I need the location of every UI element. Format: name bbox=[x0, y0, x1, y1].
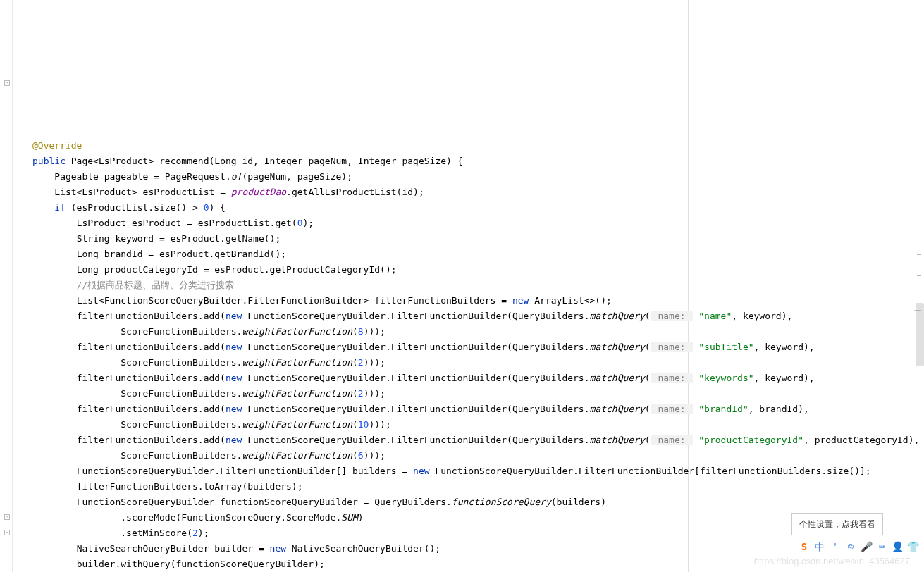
code-editor[interactable]: @Override public Page<EsProduct> recomme… bbox=[0, 124, 924, 572]
scrollbar-thumb[interactable] bbox=[916, 303, 924, 366]
settings-popup[interactable]: 个性设置，点我看看 bbox=[791, 513, 883, 535]
ime-skin-icon[interactable]: 👕 bbox=[907, 541, 918, 552]
ime-user-icon[interactable]: 👤 bbox=[892, 541, 903, 552]
ime-mic-icon[interactable]: 🎤 bbox=[861, 541, 872, 552]
fold-marker-icon[interactable]: − bbox=[4, 80, 10, 86]
ime-punct-icon[interactable]: ' bbox=[830, 541, 841, 552]
popup-text: 个性设置，点我看看 bbox=[799, 519, 875, 529]
error-stripe[interactable] bbox=[911, 0, 923, 572]
annotation: @Override bbox=[32, 140, 82, 151]
ime-emoji-icon[interactable]: ☺ bbox=[845, 541, 856, 552]
ime-toolbar[interactable]: S 中 ' ☺ 🎤 ⌨ 👤 👕 bbox=[799, 541, 918, 552]
sogou-logo-icon[interactable]: S bbox=[799, 541, 810, 552]
ime-keyboard-icon[interactable]: ⌨ bbox=[876, 541, 887, 552]
watermark-text: https://blog.csdn.net/weixin_43564627 bbox=[754, 554, 910, 569]
ime-lang-icon[interactable]: 中 bbox=[814, 541, 825, 552]
